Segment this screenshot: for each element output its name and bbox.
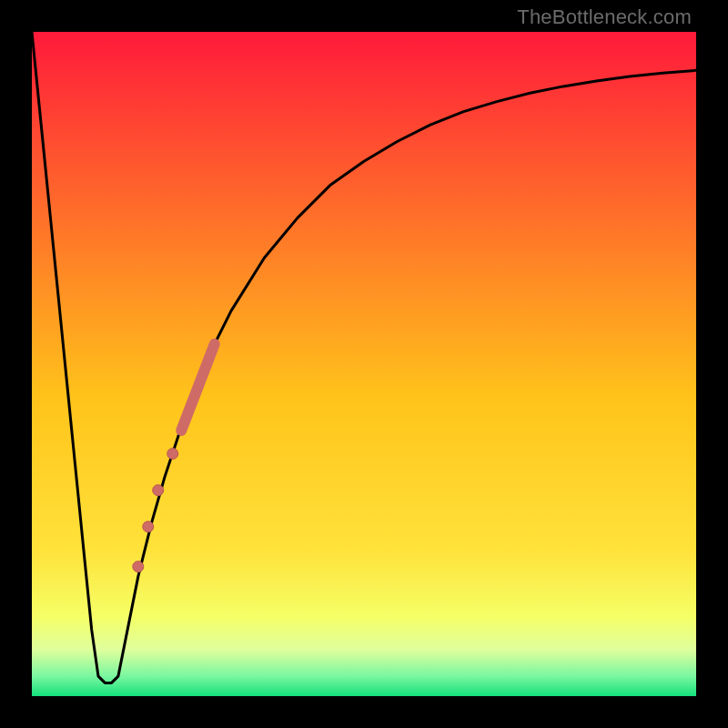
plot-area [32,32,696,696]
dot-2 [153,485,164,496]
dot-4 [133,561,144,572]
watermark-text: TheBottleneck.com [517,5,692,29]
dot-3 [143,521,154,532]
chart-frame: TheBottleneck.com [0,0,728,728]
dot-1 [167,449,178,460]
chart-svg [32,32,696,696]
gradient-background [32,32,696,696]
